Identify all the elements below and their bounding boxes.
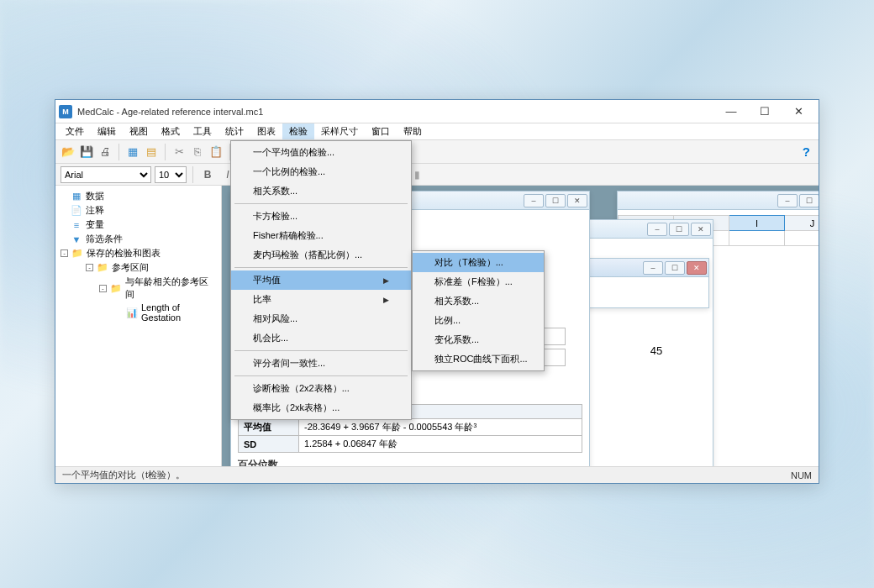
status-num: NUM <box>791 470 812 480</box>
menu-item[interactable]: 比率▶ <box>231 290 411 309</box>
mdi-close-button[interactable]: ✕ <box>687 261 707 275</box>
submenu-item[interactable]: 比例... <box>413 311 544 330</box>
menu-item[interactable]: 相对风险... <box>231 309 411 328</box>
minimize-button[interactable]: — <box>714 101 748 123</box>
tree-filter[interactable]: ▼筛选条件 <box>55 232 221 246</box>
help-icon[interactable]: ? <box>803 144 810 159</box>
open-icon[interactable]: 📂 <box>61 144 76 160</box>
submenu-item[interactable]: 独立ROC曲线下面积... <box>413 349 544 369</box>
window-controls: — ☐ ✕ <box>714 101 815 123</box>
menubar: 文件 编辑 视图 格式 工具 统计 图表 检验 采样尺寸 窗口 帮助 <box>55 123 819 140</box>
cut-icon[interactable]: ✂ <box>171 144 187 160</box>
menu-item[interactable]: Fisher精确检验... <box>231 226 411 245</box>
bold-button[interactable]: B <box>199 166 216 183</box>
menu-tests[interactable]: 检验 <box>282 123 314 139</box>
data-icon[interactable]: ▦ <box>125 144 140 160</box>
menu-item[interactable]: 诊断检验（2x2表格）... <box>231 379 411 398</box>
mdi-close-button[interactable]: ✕ <box>691 223 711 236</box>
tree-vars[interactable]: ≡变量 <box>55 218 221 232</box>
menu-sample[interactable]: 采样尺寸 <box>314 123 365 139</box>
collapse-icon[interactable]: - <box>86 264 93 271</box>
titlebar: M MedCalc - Age-related reference interv… <box>55 100 819 123</box>
menu-item[interactable]: 机会比... <box>231 328 411 348</box>
menu-tools[interactable]: 工具 <box>187 123 218 139</box>
chart-axis-label: 45 <box>605 344 708 357</box>
menu-edit[interactable]: 编辑 <box>91 123 123 139</box>
tree-age-ref[interactable]: -📁与年龄相关的参考区间 <box>55 275 221 302</box>
status-hint: 一个平均值的对比（t检验）。 <box>62 469 185 481</box>
menu-format[interactable]: 格式 <box>155 123 187 139</box>
sheet-icon[interactable]: ▤ <box>144 144 159 160</box>
tree-data[interactable]: ▦数据 <box>55 189 221 203</box>
submenu-item[interactable]: 对比（T检验）... <box>413 253 544 272</box>
menu-file[interactable]: 文件 <box>59 123 91 139</box>
save-icon[interactable]: 💾 <box>79 144 94 160</box>
tests-dropdown: 一个平均值的检验...一个比例的检验...相关系数...卡方检验...Fishe… <box>230 140 412 420</box>
window-title: MedCalc - Age-related reference interval… <box>77 107 714 117</box>
mdi-maximize-button[interactable]: ☐ <box>665 261 685 275</box>
mdi-minimize-button[interactable]: – <box>643 261 663 275</box>
print-icon[interactable]: 🖨 <box>97 144 113 160</box>
submenu-item[interactable]: 变化系数... <box>413 330 544 349</box>
tree-saved[interactable]: -📁保存的检验和图表 <box>55 246 221 260</box>
menu-item[interactable]: 平均值▶ <box>231 270 411 290</box>
menu-item[interactable]: 一个比例的检验... <box>231 162 411 181</box>
menu-item[interactable]: 卡方检验... <box>231 207 411 226</box>
paste-icon[interactable]: 📋 <box>208 144 224 160</box>
toolbar: 📂 💾 🖨 ▦ ▤ ✂ ⎘ 📋 ? <box>55 140 819 164</box>
menu-graphs[interactable]: 图表 <box>250 123 282 139</box>
mdi-maximize-button[interactable]: ☐ <box>545 194 566 207</box>
collapse-icon[interactable]: - <box>99 285 107 292</box>
copy-icon[interactable]: ⎘ <box>190 144 205 160</box>
menu-item[interactable]: 评分者间一致性... <box>231 354 411 373</box>
tree-log[interactable]: 📊Length of Gestation <box>55 302 221 323</box>
menu-item[interactable]: 相关系数... <box>231 181 411 201</box>
menu-view[interactable]: 视图 <box>123 123 155 139</box>
fontsize-select[interactable]: 10 <box>155 166 187 183</box>
mdi-minimize-button[interactable]: – <box>524 194 544 207</box>
sidebar-tree: ▦数据 📄注释 ≡变量 ▼筛选条件 -📁保存的检验和图表 -📁参考区间 -📁与年… <box>55 186 222 466</box>
tree-ref[interactable]: -📁参考区间 <box>55 260 221 275</box>
maximize-button[interactable]: ☐ <box>748 101 782 123</box>
mdi-maximize-button[interactable]: ☐ <box>669 223 689 236</box>
app-icon: M <box>59 105 72 118</box>
menu-item[interactable]: 一个平均值的检验... <box>231 143 411 162</box>
mdi-minimize-button[interactable]: – <box>647 223 667 236</box>
mdi-header: – ☐ ✕ <box>618 192 819 210</box>
menu-stats[interactable]: 统计 <box>218 123 250 139</box>
app-window: M MedCalc - Age-related reference interv… <box>55 99 819 484</box>
menu-help[interactable]: 帮助 <box>397 123 429 139</box>
mdi-minimize-button[interactable]: – <box>777 194 798 207</box>
menu-item[interactable]: 麦内玛检验（搭配比例）... <box>231 245 411 265</box>
tree-notes[interactable]: 📄注释 <box>55 203 221 218</box>
mdi-maximize-button[interactable]: ☐ <box>799 194 819 207</box>
submenu-item[interactable]: 标准差（F检验）... <box>413 272 544 291</box>
report-pct-heading: 百分位数 <box>238 458 582 466</box>
collapse-icon[interactable]: - <box>61 249 68 257</box>
mdi-close-button[interactable]: ✕ <box>567 194 587 207</box>
means-submenu: 对比（T检验）...标准差（F检验）...相关系数...比例...变化系数...… <box>412 250 545 371</box>
statusbar: 一个平均值的对比（t检验）。 NUM <box>55 466 819 483</box>
menu-item[interactable]: 概率比（2xk表格）... <box>231 398 411 417</box>
menu-window[interactable]: 窗口 <box>365 123 397 139</box>
submenu-item[interactable]: 相关系数... <box>413 291 544 311</box>
close-button[interactable]: ✕ <box>782 101 815 123</box>
font-select[interactable]: Arial <box>61 166 151 183</box>
formatbar: Arial 10 B I U ≡ ≡ ≡ A↑ A↓ ▨ ▮ <box>55 164 819 186</box>
